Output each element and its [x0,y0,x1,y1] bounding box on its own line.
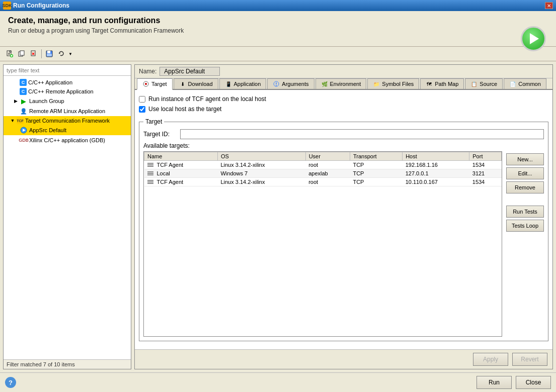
left-panel: C C/C++ Application C C/C++ Remote Appli… [3,64,131,369]
target-row-icon-1 [147,171,153,175]
target-row-icon-2 [147,180,153,184]
targets-table: Name OS User Transport Host Port [144,152,502,186]
toolbar-separator [41,49,42,58]
expander-remote-arm [13,108,19,114]
tree-item-cpp-remote[interactable]: C C/C++ Remote Application [4,87,131,96]
checkbox-tcf-agent-label: Run instance of TCF agent on the local h… [148,95,266,103]
tests-loop-button[interactable]: Tests Loop [506,220,544,232]
title-bar: SDK Run Configurations ✕ [0,0,556,11]
revert-button[interactable]: Revert [512,353,547,366]
tree-item-appsrc-default[interactable]: AppSrc Default [4,125,131,135]
checkbox-tcf-agent[interactable] [139,96,145,103]
title-bar-left: SDK Run Configurations [3,2,69,10]
tab-application[interactable]: 📱 Application [219,78,267,89]
icon-remote-arm: 👤 [20,107,28,115]
table-row[interactable]: Local Windows 7 apexlab TCP 127.0.0.1 31… [144,169,502,178]
header-section: Create, manage, and run configurations R… [0,11,556,46]
new-target-button[interactable]: New... [506,153,544,165]
table-row[interactable]: TCF Agent Linux 3.14.2-xilinx root TCP 1… [144,178,502,186]
filter-status: Filter matched 7 of 10 items [4,359,131,369]
svg-point-20 [276,85,277,86]
new-config-button[interactable] [4,48,15,59]
target-row-icon-0 [147,163,153,167]
icon-xilinx-gdb: GDB [20,136,28,144]
name-value: AppSrc Default [160,67,220,76]
target-group: Target Target ID: Available targets: Nam… [139,118,548,341]
body-split: C C/C++ Application C C/C++ Remote Appli… [0,61,556,372]
available-targets-label: Available targets: [143,142,544,149]
action-buttons: New... Edit... Remove Run Tests Tests Lo… [502,151,544,337]
col-header-name[interactable]: Name [144,152,218,161]
duplicate-config-button[interactable] [16,48,27,59]
target-tab-icon [142,80,149,87]
app-bottom-bar: ? Run Close [0,372,556,392]
filter-input[interactable] [4,65,131,76]
checkbox-local-host[interactable] [139,106,145,113]
tab-symbol-files[interactable]: 📁 Symbol Files [367,78,419,89]
expander-launch-group: ▶ [13,98,19,104]
run-button-large[interactable] [521,26,546,51]
tab-environment[interactable]: 🌿 Environment [315,78,367,89]
close-button[interactable]: Close [516,376,551,389]
symbol-files-tab-icon: 📁 [373,80,380,87]
checkbox-local-host-label: Use local host as the target [148,106,221,113]
col-header-os[interactable]: OS [217,152,305,161]
checkbox-row-tcf-agent: Run instance of TCF agent on the local h… [139,94,548,104]
svg-rect-12 [47,51,50,53]
bottom-bar: Apply Revert [135,349,552,369]
run-tests-button[interactable]: Run Tests [506,206,544,218]
target-id-row: Target ID: [143,129,544,139]
path-map-tab-icon: 🗺 [426,80,433,87]
tab-common[interactable]: 📄 Common [504,78,546,89]
delete-config-button[interactable] [28,48,39,59]
tree-item-remote-arm[interactable]: 👤 Remote ARM Linux Application [4,106,131,116]
arguments-tab-icon [273,80,280,87]
tabs-bar: Target ⬇ Download 📱 Application [135,78,552,90]
source-tab-icon: 📋 [470,80,478,87]
run-button[interactable]: Run [476,376,512,389]
tab-content-target: Run instance of TCF agent on the local h… [135,90,552,349]
expander-xilinx-gdb [13,137,19,143]
tree-item-tcf[interactable]: ▼ TCF Target Communication Framework [4,116,131,125]
tab-source[interactable]: 📋 Source [465,78,503,89]
tab-arguments[interactable]: Arguments [267,78,314,89]
col-header-host[interactable]: Host [403,152,469,161]
svg-point-17 [145,83,147,85]
close-window-button[interactable]: ✕ [545,2,553,9]
page-title: Create, manage, and run configurations [8,16,508,25]
tree-item-launch-group[interactable]: ▶ ▶ Launch Group [4,96,131,106]
tree-item-xilinx-gdb[interactable]: GDB Xilinx C/C++ application (GDB) [4,135,131,145]
tab-download[interactable]: ⬇ Download [174,78,218,89]
expander-cpp-remote [13,88,19,94]
edit-target-button[interactable]: Edit... [506,167,544,179]
tab-path-map[interactable]: 🗺 Path Map [420,78,464,89]
config-dropdown-button[interactable]: ▼ [67,48,73,59]
tab-target[interactable]: Target [137,78,173,90]
checkbox-row-local-host: Use local host as the target [139,104,548,114]
toolbar-dropdown: ▼ [56,48,73,59]
app-icon: SDK [3,2,11,10]
expander-tcf[interactable]: ▼ [10,118,16,124]
save-config-button[interactable] [44,48,55,59]
apply-button[interactable]: Apply [473,353,508,366]
tree-item-cpp-app[interactable]: C C/C++ Application [4,78,131,87]
toolbar: ▼ [0,46,556,61]
target-id-label: Target ID: [143,131,176,138]
name-bar: Name: AppSrc Default [135,65,552,78]
icon-cpp-remote: C [20,88,27,95]
col-header-port[interactable]: Port [469,152,502,161]
download-tab-icon: ⬇ [179,80,186,87]
help-button[interactable]: ? [5,377,16,388]
expander-cpp-app [13,79,19,85]
col-header-user[interactable]: User [305,152,350,161]
remove-target-button[interactable]: Remove [506,181,544,193]
svg-rect-7 [20,51,24,55]
revert-config-button[interactable] [56,48,67,59]
icon-appsrc [20,126,28,134]
test-buttons: Run Tests Tests Loop [506,206,544,232]
page-subtitle: Run or debug a program using Target Comm… [8,27,508,34]
target-id-input[interactable] [180,129,544,139]
tree-area: C C/C++ Application C C/C++ Remote Appli… [4,76,131,359]
table-row[interactable]: TCF Agent Linux 3.14.2-xilinx root TCP 1… [144,161,502,169]
col-header-transport[interactable]: Transport [350,152,402,161]
